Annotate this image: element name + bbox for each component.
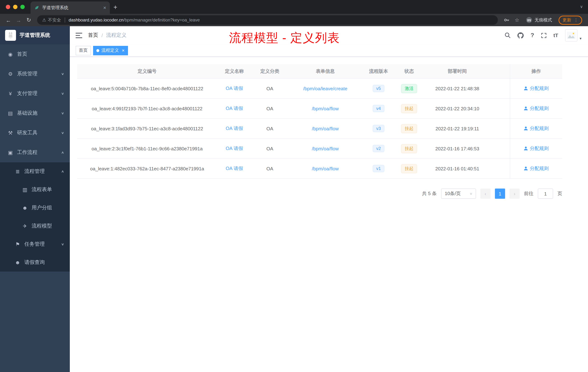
yen-icon: ¥ xyxy=(7,91,13,97)
maximize-window-button[interactable] xyxy=(20,5,25,9)
chrome-update-button[interactable]: 更新 ⋮ xyxy=(558,15,582,25)
definition-name-link[interactable]: OA 请假 xyxy=(226,145,243,152)
close-window-button[interactable] xyxy=(6,5,10,9)
page-size-select[interactable]: 10条/页 ∨ xyxy=(441,188,476,199)
help-icon[interactable]: ? xyxy=(531,32,534,39)
avatar xyxy=(565,29,578,42)
back-button[interactable]: ← xyxy=(4,17,13,23)
assign-rule-link[interactable]: 分配规则 xyxy=(524,85,549,92)
page-number-button[interactable]: 1 xyxy=(495,188,505,199)
sidebar-item-task-management[interactable]: ⚑ 任务管理 ∨ xyxy=(0,235,70,253)
breadcrumb: 首页 / 流程定义 xyxy=(88,32,126,39)
browser-tab-strip: 芋道管理系统 × + ∨ xyxy=(0,0,588,14)
form-link[interactable]: /bpm/oa/flow xyxy=(312,166,338,171)
assign-rule-link[interactable]: 分配规则 xyxy=(524,165,549,172)
tab-search-chevron-icon[interactable]: ∨ xyxy=(580,4,583,9)
chevron-down-icon: ∨ xyxy=(61,242,64,246)
font-size-icon[interactable]: tT xyxy=(554,33,558,38)
breadcrumb-separator: / xyxy=(101,33,103,38)
security-label: 不安全 xyxy=(48,17,61,23)
url-bar[interactable]: ⚠ 不安全 dashboard.yudao.iocoder.cn /bpm/ma… xyxy=(37,15,498,25)
goto-page-input[interactable] xyxy=(538,188,553,199)
reload-button[interactable]: ↻ xyxy=(24,17,33,23)
definition-name-link[interactable]: OA 请假 xyxy=(226,85,243,92)
security-warning-icon: ⚠ xyxy=(42,17,46,22)
favicon-leaf-icon xyxy=(34,5,39,10)
tag-process-definition[interactable]: 流程定义 × xyxy=(93,46,128,55)
assign-rule-link[interactable]: 分配规则 xyxy=(524,105,549,112)
tab-title: 芋道管理系统 xyxy=(42,5,100,11)
minimize-window-button[interactable] xyxy=(13,5,17,9)
sidebar-item-process-form[interactable]: ▥ 流程表单 xyxy=(0,181,70,199)
form-link[interactable]: /bpm/oa/flow xyxy=(312,106,338,111)
sidebar-item-infrastructure[interactable]: ▤ 基础设施 ∨ xyxy=(0,103,70,123)
sidebar-item-home[interactable]: ◉ 首页 xyxy=(0,44,70,64)
active-dot xyxy=(96,49,99,52)
table-header: 定义编号 定义名称 定义分类 表单信息 流程版本 状态 部署时间 操作 xyxy=(77,64,562,79)
col-status: 状态 xyxy=(395,64,424,78)
chevron-down-icon: ▼ xyxy=(579,37,582,40)
browser-window: 芋道管理系统 × + ∨ ← → ↻ ⚠ 不安全 dashboard.yudao… xyxy=(0,0,588,372)
tools-icon: ⚒ xyxy=(7,130,13,136)
sidebar-item-leave-query[interactable]: ☻ 请假查询 xyxy=(0,253,70,272)
form-link[interactable]: /bpm/oa/flow xyxy=(312,126,338,131)
version-badge: v4 xyxy=(373,105,384,112)
incognito-icon xyxy=(526,17,532,23)
person-icon: ☻ xyxy=(15,260,21,265)
paper-plane-icon: ✈ xyxy=(22,223,28,229)
incognito-label: 无痕模式 xyxy=(535,17,552,23)
new-tab-button[interactable]: + xyxy=(114,4,117,11)
sidebar-item-process-model[interactable]: ✈ 流程模型 xyxy=(0,217,70,235)
definition-name-link[interactable]: OA 请假 xyxy=(226,165,243,172)
github-icon[interactable] xyxy=(517,32,524,38)
url-divider xyxy=(65,17,65,22)
forward-button[interactable]: → xyxy=(14,17,23,23)
col-form-info: 表单信息 xyxy=(288,64,363,78)
prev-page-button[interactable]: ‹ xyxy=(480,188,491,199)
assign-rule-link[interactable]: 分配规则 xyxy=(524,145,549,152)
table-row: oa_leave:3:1fad3d93-7b75-11ec-a3c8-acde4… xyxy=(77,119,562,139)
sidebar-item-system-management[interactable]: ⚙ 系统管理 ∨ xyxy=(0,64,70,84)
definition-table: 定义编号 定义名称 定义分类 表单信息 流程版本 状态 部署时间 操作 oa_l… xyxy=(77,64,562,179)
browser-menu-icon[interactable]: ⋮ xyxy=(574,17,578,22)
dashboard-icon: ◉ xyxy=(7,51,13,57)
cell-definition-id: oa_leave:2:3c1f0ef1-76b1-11ec-9c66-a2380… xyxy=(77,139,217,158)
form-link[interactable]: /bpm/oa/leave/create xyxy=(303,86,347,91)
window-controls xyxy=(0,5,31,9)
sidebar-item-process-management[interactable]: ≣ 流程管理 ∧ xyxy=(0,162,70,181)
browser-tab[interactable]: 芋道管理系统 × xyxy=(31,1,110,14)
form-link[interactable]: /bpm/oa/flow xyxy=(312,146,338,151)
sidebar-item-workflow[interactable]: ▣ 工作流程 ∧ xyxy=(0,143,70,162)
next-page-button[interactable]: › xyxy=(509,188,520,199)
tags-bar: 首页 流程定义 × xyxy=(70,44,588,57)
cell-deploy-time: 2022-01-16 01:40:51 xyxy=(424,159,491,178)
password-key-icon[interactable] xyxy=(504,17,510,23)
tag-home[interactable]: 首页 xyxy=(76,46,91,55)
bookmark-star-icon[interactable]: ☆ xyxy=(515,17,519,23)
briefcase-icon: ▣ xyxy=(7,150,13,155)
definition-name-link[interactable]: OA 请假 xyxy=(226,125,243,132)
assign-rule-link[interactable]: 分配规则 xyxy=(524,125,549,132)
pagination-total: 共 5 条 xyxy=(422,190,437,197)
tab-close-icon[interactable]: × xyxy=(103,5,106,10)
user-avatar-wrap[interactable]: ▼ xyxy=(565,29,582,42)
definition-name-link[interactable]: OA 请假 xyxy=(226,105,243,112)
sidebar-item-dev-tools[interactable]: ⚒ 研发工具 ∨ xyxy=(0,123,70,143)
fullscreen-icon[interactable] xyxy=(541,33,546,38)
url-path: /bpm/manager/definition?key=oa_leave xyxy=(124,17,200,22)
breadcrumb-home[interactable]: 首页 xyxy=(88,32,98,39)
cell-deploy-time: 2022-01-22 21:48:38 xyxy=(424,79,491,98)
chevron-up-icon: ∧ xyxy=(61,170,64,173)
app-logo[interactable]: 芋道管理系统 xyxy=(0,26,70,44)
version-badge: v5 xyxy=(373,85,384,92)
sidebar-item-user-group[interactable]: ☻ 用户分组 xyxy=(0,199,70,217)
list-icon: ≣ xyxy=(15,169,21,174)
search-icon[interactable] xyxy=(505,33,511,38)
status-badge: 激活 xyxy=(401,84,417,93)
table-row: oa_leave:4:991f2193-7b7f-11ec-a3c8-acde4… xyxy=(77,99,562,119)
sidebar-item-payment-management[interactable]: ¥ 支付管理 ∨ xyxy=(0,84,70,103)
tag-close-icon[interactable]: × xyxy=(122,48,125,53)
sidebar-collapse-icon[interactable] xyxy=(76,33,82,38)
status-badge: 挂起 xyxy=(401,144,417,153)
col-spacer xyxy=(491,64,510,78)
